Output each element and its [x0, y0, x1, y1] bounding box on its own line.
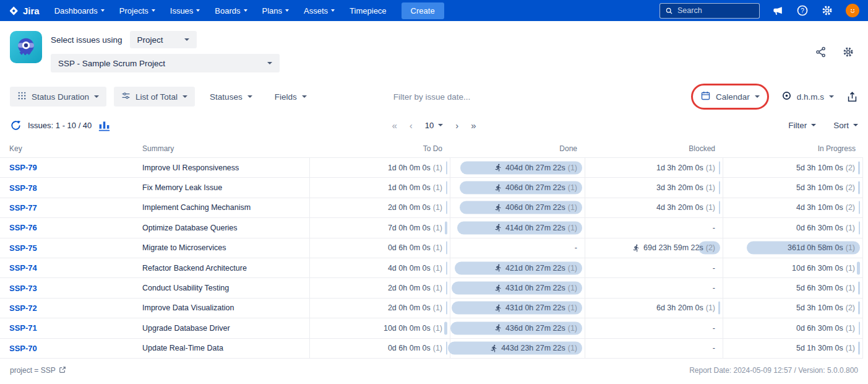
- duration-cell: 7d 0h 0m 0s(1): [309, 218, 450, 237]
- duration-text: 69d 23h 59m 22s: [643, 243, 703, 252]
- export-icon[interactable]: [846, 91, 858, 103]
- issue-count: (1): [568, 183, 577, 192]
- share-icon[interactable]: [815, 46, 827, 58]
- first-page-button[interactable]: «: [392, 120, 397, 131]
- jira-home-link[interactable]: Jira: [9, 6, 40, 16]
- table-row: SSP-77Implement Caching Mechanism2d 0h 0…: [0, 198, 863, 218]
- issue-key-link[interactable]: SSP-75: [9, 243, 37, 253]
- page-size-select[interactable]: 10: [425, 121, 443, 130]
- jql-filter-link[interactable]: project = SSP: [10, 366, 66, 375]
- duration-bar: [446, 302, 447, 315]
- next-page-button[interactable]: ›: [455, 120, 458, 131]
- column-header-blocked[interactable]: Blocked: [585, 144, 723, 153]
- issue-count: (2): [846, 303, 855, 312]
- user-avatar[interactable]: [846, 4, 859, 17]
- duration-value: 5d 3h 10m 0s(2): [796, 183, 855, 192]
- duration-text: 2d 0h 0m 0s: [388, 303, 431, 312]
- nav-item-label: Assets: [304, 6, 328, 15]
- column-header-summary[interactable]: Summary: [142, 144, 309, 153]
- key-cell: SSP-75: [0, 238, 142, 258]
- chevron-down-icon: [184, 38, 189, 41]
- empty-duration: -: [713, 344, 715, 352]
- issue-key-link[interactable]: SSP-76: [9, 223, 37, 232]
- duration-value: 0d 6h 0m 0s(1): [388, 243, 442, 252]
- fields-button[interactable]: Fields: [267, 87, 314, 107]
- runner-icon: [494, 204, 502, 212]
- duration-value: 4d 0h 0m 0s(1): [388, 264, 442, 273]
- duration-cell: 4d 3h 20m 0s(1): [585, 198, 723, 217]
- issue-source-select[interactable]: Project: [130, 31, 197, 48]
- nav-item-assets[interactable]: Assets: [304, 6, 335, 15]
- page-size-value: 10: [425, 121, 434, 130]
- duration-value: 1d 0h 0m 0s(1): [388, 164, 442, 172]
- issue-key-link[interactable]: SSP-79: [9, 163, 37, 172]
- calendar-button[interactable]: Calendar: [697, 87, 763, 107]
- nav-item-boards[interactable]: Boards: [215, 6, 247, 15]
- issue-key-link[interactable]: SSP-70: [9, 344, 37, 353]
- nav-item-timepiece[interactable]: Timepiece: [350, 6, 386, 15]
- search-input[interactable]: [677, 6, 754, 15]
- nav-item-projects[interactable]: Projects: [119, 6, 155, 15]
- nav-item-dashboards[interactable]: Dashboards: [54, 6, 105, 15]
- column-header-key[interactable]: Key: [0, 144, 142, 153]
- duration-text: 0d 6h 30m 0s: [796, 324, 843, 333]
- filter-button[interactable]: Filter: [788, 121, 816, 130]
- sort-button[interactable]: Sort: [833, 121, 858, 130]
- runner-icon: [632, 244, 640, 252]
- duration-value: 414d 0h 27m 22s(1): [494, 224, 577, 232]
- duration-cell: 2d 0h 0m 0s(1): [309, 278, 450, 297]
- runner-icon: [494, 324, 502, 332]
- report-type-button[interactable]: Status Duration: [10, 87, 106, 107]
- context-actions: [815, 46, 854, 58]
- issue-date-filter-input[interactable]: [393, 92, 499, 102]
- status-duration-table: Key Summary To Do Done Blocked In Progre…: [0, 139, 868, 359]
- project-select-value: SSP - Sample Scrum Project: [58, 59, 165, 68]
- help-icon[interactable]: ?: [796, 4, 809, 17]
- last-page-button[interactable]: »: [471, 120, 476, 131]
- issue-count: (2): [846, 203, 855, 212]
- prev-page-button[interactable]: ‹: [410, 120, 413, 131]
- issue-count: (1): [846, 224, 855, 232]
- column-header-inprogress[interactable]: In Progress: [723, 144, 863, 153]
- duration-bar: [719, 161, 720, 174]
- list-mode-button[interactable]: List of Total: [114, 87, 195, 107]
- nav-item-issues[interactable]: Issues: [170, 6, 200, 15]
- issue-key-link[interactable]: SSP-73: [9, 284, 37, 293]
- duration-text: 414d 0h 27m 22s: [505, 224, 565, 232]
- column-header-todo[interactable]: To Do: [309, 144, 450, 153]
- issue-count: (1): [433, 203, 442, 212]
- summary-cell: Update Real-Time Data: [142, 339, 309, 358]
- duration-cell: 431d 0h 27m 22s(1): [450, 278, 585, 297]
- filter-label: Filter: [788, 121, 807, 130]
- issue-count: (1): [568, 303, 577, 312]
- chart-view-icon[interactable]: [98, 119, 111, 132]
- time-format-button[interactable]: d.h.m.s: [779, 87, 836, 107]
- issue-key-link[interactable]: SSP-72: [9, 303, 37, 313]
- duration-text: 431d 0h 27m 22s: [505, 303, 565, 312]
- announcements-icon[interactable]: [772, 5, 784, 17]
- duration-cell: 10d 6h 30m 0s(1): [723, 258, 863, 277]
- duration-cell: 2d 0h 0m 0s(1): [309, 299, 450, 318]
- report-settings-gear-icon[interactable]: [842, 46, 854, 58]
- issue-count: (1): [568, 264, 577, 273]
- duration-text: 404d 0h 27m 22s: [505, 164, 565, 172]
- issue-count: (1): [846, 243, 855, 252]
- duration-text: 10d 0h 0m 0s: [384, 324, 431, 333]
- duration-bar: [445, 221, 447, 234]
- issue-key-link[interactable]: SSP-77: [9, 203, 37, 212]
- statuses-button[interactable]: Statuses: [202, 87, 260, 107]
- issue-key-link[interactable]: SSP-71: [9, 323, 37, 333]
- issue-key-link[interactable]: SSP-78: [9, 183, 37, 193]
- global-search[interactable]: [660, 3, 760, 19]
- table-row: SSP-76Optimize Database Queries7d 0h 0m …: [0, 218, 863, 238]
- column-header-done[interactable]: Done: [450, 144, 585, 153]
- settings-gear-icon[interactable]: [821, 4, 833, 17]
- create-button[interactable]: Create: [402, 2, 444, 19]
- issue-count: (1): [433, 264, 442, 273]
- project-select[interactable]: SSP - Sample Scrum Project: [51, 54, 280, 72]
- refresh-icon[interactable]: [10, 120, 22, 131]
- key-cell: SSP-74: [0, 258, 142, 277]
- nav-item-label: Timepiece: [350, 6, 386, 15]
- nav-item-plans[interactable]: Plans: [262, 6, 290, 15]
- issue-key-link[interactable]: SSP-74: [9, 263, 37, 273]
